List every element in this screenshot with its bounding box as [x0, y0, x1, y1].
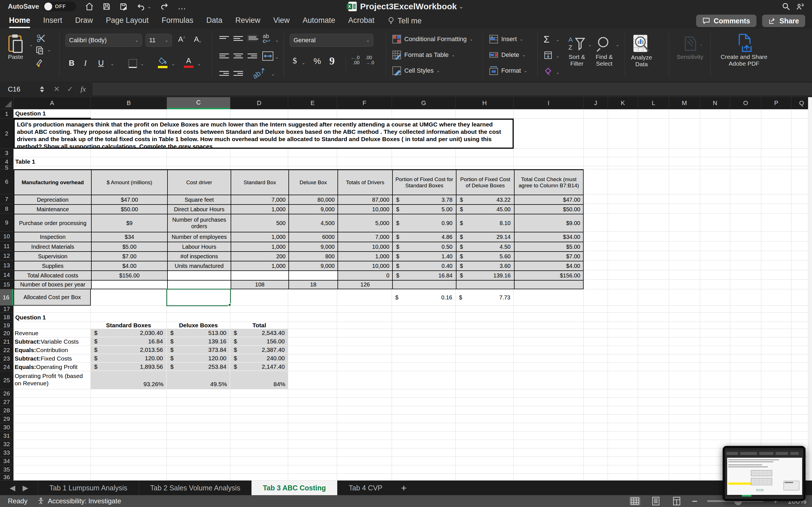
name-box-spinner[interactable] — [40, 86, 44, 93]
column-header-O[interactable]: O — [730, 97, 761, 109]
column-header-E[interactable]: E — [288, 97, 337, 109]
cell-a18-question-label[interactable]: Question 1 — [13, 313, 91, 322]
table1-cell[interactable] — [515, 281, 583, 289]
cell-a16-label[interactable]: Allocated Cost per Box — [13, 289, 91, 305]
table1-cell[interactable]: Total Allocated costs — [14, 271, 91, 280]
table1-cell[interactable]: $1.40 — [393, 252, 456, 261]
selected-cell-c16[interactable] — [166, 289, 231, 306]
row-header-8[interactable]: 8 — [0, 204, 13, 214]
font-name-select[interactable]: Calibri (Body)⌄ — [65, 34, 142, 47]
column-header-I[interactable]: I — [514, 97, 583, 109]
normal-view-icon[interactable] — [629, 496, 641, 506]
increase-font-icon[interactable]: A˄ — [178, 35, 186, 44]
analysis-header-cell[interactable]: Standard Boxes — [91, 322, 166, 328]
fill-color-dropdown-chevron[interactable]: ⌄ — [171, 61, 175, 66]
sheet-tab-next-icon[interactable]: ▶ — [22, 484, 28, 492]
question-text-box[interactable]: LGI's production managers think that the… — [13, 119, 514, 149]
row-header-1[interactable]: 1 — [0, 109, 13, 119]
save-icon[interactable] — [102, 2, 111, 11]
table1-cell[interactable]: $4.00 — [515, 262, 583, 270]
table1-cell[interactable]: 10,000 — [338, 242, 392, 251]
table1-cell[interactable] — [456, 281, 514, 289]
table1-cell[interactable]: $4.50 — [456, 242, 514, 251]
analysis-cell[interactable]: $156.00 — [231, 337, 288, 345]
table1-cell[interactable]: $139.16 — [456, 271, 514, 280]
sort-filter-button[interactable]: AZ Sort &Filter — [568, 35, 586, 67]
row-header-26[interactable]: 26 — [0, 389, 13, 398]
analysis-header-cell[interactable]: Total — [231, 322, 288, 328]
table1-cell[interactable]: $50.00 — [515, 205, 583, 214]
table1-cell[interactable]: Purchase order processing — [14, 214, 91, 232]
column-header-C[interactable]: C — [167, 97, 231, 109]
adobe-pdf-button[interactable]: Create and ShareAdobe PDF — [721, 33, 767, 67]
table1-cell[interactable]: Indirect Materials — [14, 242, 91, 251]
decrease-font-icon[interactable]: A˅ — [194, 35, 201, 44]
analysis-cell[interactable]: $120.00 — [91, 354, 166, 362]
table1-cell[interactable]: $9 — [92, 214, 167, 232]
table1-header-cell[interactable]: Portion of Fixed Cost for Standard Boxes — [393, 170, 456, 194]
column-header-M[interactable]: M — [669, 97, 700, 109]
ribbon-tab-acrobat[interactable]: Acrobat — [348, 16, 374, 26]
sheet-tab-tab-3-abc-costing[interactable]: Tab 3 ABC Costing — [252, 481, 337, 495]
table1-cell[interactable]: 800 — [289, 252, 338, 261]
table1-cell[interactable]: 87,000 — [338, 195, 392, 204]
ribbon-tab-automate[interactable]: Automate — [303, 16, 335, 26]
table1-cell[interactable] — [289, 271, 338, 280]
document-title-group[interactable]: X Project3ExcelWorkbook ⌄ — [348, 2, 463, 11]
row-header-3[interactable]: 3 — [0, 149, 13, 157]
clear-icon[interactable] — [544, 67, 553, 77]
ribbon-tab-formulas[interactable]: Formulas — [161, 16, 193, 26]
row-header-15[interactable]: 15 — [0, 280, 13, 289]
tell-me[interactable]: Tell me — [388, 17, 422, 25]
analysis-cell[interactable]: $2,387.40 — [231, 346, 288, 354]
table1-cell[interactable]: $34.00 — [515, 232, 583, 242]
table1-header-cell[interactable]: $ Amount (millions) — [92, 170, 167, 194]
select-all-corner[interactable] — [0, 97, 13, 109]
align-bottom-icon[interactable] — [248, 35, 257, 41]
column-header-A[interactable]: A — [13, 97, 91, 109]
increase-indent-icon[interactable] — [234, 70, 243, 77]
cell-g16[interactable]: $0.16 — [392, 289, 456, 305]
table1-cell[interactable]: 0 — [338, 271, 392, 280]
table1-cell[interactable]: Units manufactured — [168, 262, 231, 270]
search-icon[interactable] — [781, 2, 791, 11]
vertical-scrollbar[interactable] — [808, 97, 812, 481]
row-header-11[interactable]: 11 — [0, 241, 13, 251]
table1-cell[interactable]: $5.00 — [393, 205, 456, 214]
row-header-31[interactable]: 31 — [0, 432, 13, 440]
table1-cell[interactable]: $45.00 — [456, 205, 514, 214]
more-commands-icon[interactable]: … — [177, 2, 187, 11]
column-header-H[interactable]: H — [456, 97, 514, 109]
table1-cell[interactable]: 1,000 — [231, 205, 289, 214]
underline-dropdown-chevron[interactable]: ⌄ — [110, 61, 114, 66]
table1-cell[interactable]: $156.00 — [92, 271, 167, 280]
table1-cell[interactable]: 1,000 — [231, 262, 289, 270]
currency-format-icon[interactable]: $ — [293, 56, 297, 65]
column-header-D[interactable]: D — [231, 97, 288, 109]
wrap-text-icon[interactable]: abc↩ — [263, 34, 270, 43]
table1-cell[interactable]: Number of employees — [168, 232, 231, 242]
selection-fill-handle[interactable] — [228, 303, 231, 306]
table1-cell[interactable]: 18 — [289, 281, 338, 289]
font-color-icon[interactable]: A — [184, 56, 193, 68]
table1-header-cell[interactable]: Total Cost Check (must agree to Column B… — [515, 170, 583, 194]
column-header-G[interactable]: G — [392, 97, 456, 109]
table1-cell[interactable]: 9,000 — [289, 262, 338, 270]
comma-format-icon[interactable]: 9 — [329, 55, 335, 67]
row-header-34[interactable]: 34 — [0, 457, 13, 465]
bold-button[interactable]: B — [69, 59, 74, 68]
row-header-28[interactable]: 28 — [0, 406, 13, 414]
increase-decimal-icon[interactable]: ←.0.00 — [351, 55, 359, 65]
table1-cell[interactable]: Number of purchases orders — [168, 214, 231, 232]
ribbon-tab-review[interactable]: Review — [236, 16, 260, 26]
screen-share-thumbnail[interactable] — [723, 446, 806, 501]
find-select-chevron[interactable]: ⌄ — [616, 42, 619, 47]
table1-cell[interactable]: $5.60 — [456, 252, 514, 261]
analysis-cell[interactable]: $2,543.40 — [231, 329, 288, 337]
column-header-B[interactable]: B — [91, 97, 167, 109]
cell-a1-question-label[interactable]: Question 1 — [13, 109, 91, 119]
table1-cell[interactable]: 1,000 — [231, 242, 289, 251]
column-header-N[interactable]: N — [700, 97, 730, 109]
find-select-button[interactable]: Find &Select — [596, 35, 613, 67]
row-header-36[interactable]: 36 — [0, 474, 13, 481]
